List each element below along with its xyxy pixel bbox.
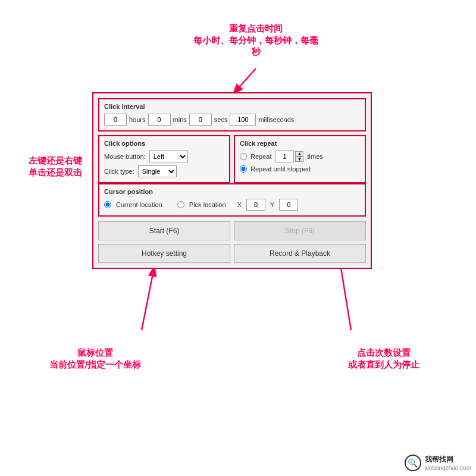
top-annotation: 重复点击时间 每小时、每分钟，每秒钟，每毫秒 bbox=[190, 23, 321, 58]
cursor-position-label: Cursor position bbox=[104, 188, 360, 195]
click-repeat-section: Click repeat Repeat ▲ ▼ times Repeat unt… bbox=[234, 135, 366, 183]
repeat-until-radio[interactable] bbox=[240, 165, 247, 173]
repeat-spinner: ▲ ▼ bbox=[275, 151, 303, 162]
repeat-label: Repeat bbox=[250, 153, 271, 160]
hours-label: hours bbox=[129, 116, 146, 123]
left-subtitle: 单击还是双击 bbox=[29, 167, 82, 177]
top-subtitle: 每小时、每分钟，每秒钟，每毫秒 bbox=[193, 35, 318, 57]
mouse-button-label: Mouse button: bbox=[104, 153, 146, 160]
hotkey-record-row: Hotkey setting Record & Playback bbox=[98, 244, 366, 263]
cursor-row: Current location Pick location X Y bbox=[104, 199, 360, 211]
current-location-radio[interactable] bbox=[104, 201, 111, 208]
times-label: times bbox=[307, 153, 322, 160]
svg-line-3 bbox=[142, 265, 155, 330]
mins-input[interactable] bbox=[148, 114, 171, 126]
click-type-label: Click type: bbox=[104, 168, 134, 175]
click-interval-label: Click interval bbox=[104, 103, 360, 110]
start-button[interactable]: Start (F6) bbox=[98, 221, 230, 240]
mouse-button-select[interactable]: Left Right Middle bbox=[149, 151, 188, 162]
hotkey-button[interactable]: Hotkey setting bbox=[98, 244, 230, 263]
bottom-left-title: 鼠标位置 bbox=[77, 347, 113, 358]
watermark-text: 我帮找网 wobangzhao.com bbox=[425, 455, 471, 471]
watermark-icon: 🔍 bbox=[405, 455, 421, 471]
spinner-buttons: ▲ ▼ bbox=[295, 151, 303, 162]
repeat-row: Repeat ▲ ▼ times bbox=[240, 151, 360, 162]
bottom-right-subtitle: 或者直到人为停止 bbox=[348, 359, 419, 369]
repeat-until-label: Repeat until stopped bbox=[250, 165, 311, 173]
secs-input[interactable] bbox=[189, 114, 212, 126]
left-title: 左键还是右键 bbox=[29, 155, 82, 165]
x-input[interactable] bbox=[246, 199, 265, 211]
watermark-url: wobangzhao.com bbox=[425, 465, 471, 471]
bottom-left-annotation: 鼠标位置 当前位置/指定一个坐标 bbox=[36, 347, 155, 370]
start-stop-row: Start (F6) Stop (F6) bbox=[98, 221, 366, 240]
pick-location-label: Pick location bbox=[189, 201, 226, 208]
spinner-down-button[interactable]: ▼ bbox=[295, 156, 303, 162]
left-annotation: 左键还是右键 单击还是双击 bbox=[11, 155, 100, 178]
repeat-radio[interactable] bbox=[240, 153, 247, 160]
ms-input[interactable] bbox=[230, 114, 256, 126]
hours-input[interactable] bbox=[104, 114, 127, 126]
app-window: Click interval hours mins secs milliseco… bbox=[92, 92, 372, 269]
svg-line-1 bbox=[232, 68, 256, 95]
click-repeat-label: Click repeat bbox=[240, 140, 360, 147]
record-playback-button[interactable]: Record & Playback bbox=[234, 244, 366, 263]
watermark: 🔍 我帮找网 wobangzhao.com bbox=[405, 455, 471, 471]
stop-button[interactable]: Stop (F6) bbox=[234, 221, 366, 240]
cursor-position-section: Cursor position Current location Pick lo… bbox=[98, 183, 366, 217]
secs-label: secs bbox=[214, 116, 228, 123]
repeat-value-input[interactable] bbox=[275, 151, 294, 162]
bottom-left-subtitle: 当前位置/指定一个坐标 bbox=[49, 359, 141, 369]
click-type-select[interactable]: Single Double bbox=[138, 165, 177, 177]
current-location-label: Current location bbox=[116, 201, 162, 208]
mouse-button-row: Mouse button: Left Right Middle bbox=[104, 151, 224, 162]
repeat-until-row: Repeat until stopped bbox=[240, 165, 360, 173]
x-label: X bbox=[237, 201, 242, 208]
y-label: Y bbox=[270, 201, 274, 208]
click-interval-section: Click interval hours mins secs milliseco… bbox=[98, 98, 366, 131]
ms-label: milliseconds bbox=[258, 116, 294, 123]
top-title: 重复点击时间 bbox=[229, 23, 283, 33]
two-col-section: Click options Mouse button: Left Right M… bbox=[98, 135, 366, 183]
mins-label: mins bbox=[173, 116, 187, 123]
click-type-row: Click type: Single Double bbox=[104, 165, 224, 177]
pick-location-radio[interactable] bbox=[177, 201, 184, 208]
spinner-up-button[interactable]: ▲ bbox=[295, 151, 303, 156]
watermark-site-name: 我帮找网 bbox=[425, 455, 471, 465]
bottom-right-title: 点击次数设置 bbox=[357, 347, 411, 358]
bottom-right-annotation: 点击次数设置 或者直到人为停止 bbox=[324, 347, 443, 370]
interval-row: hours mins secs milliseconds bbox=[104, 114, 360, 126]
click-options-label: Click options bbox=[104, 140, 224, 147]
click-options-section: Click options Mouse button: Left Right M… bbox=[98, 135, 230, 183]
y-input[interactable] bbox=[279, 199, 298, 211]
